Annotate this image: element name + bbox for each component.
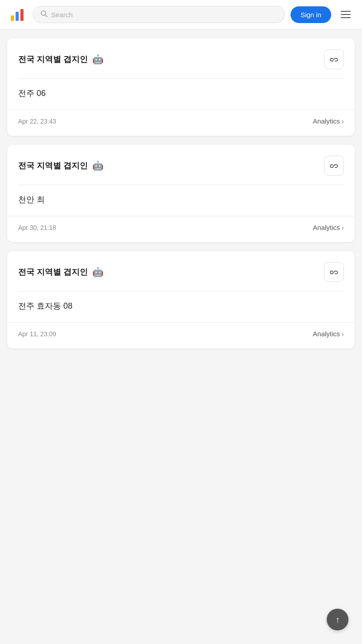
- search-bar[interactable]: [33, 6, 285, 23]
- app-header: Sign in: [0, 0, 362, 29]
- card-1: 전국 지역별 겹지인 🤖 전주 06 Apr 22, 23:43 Analyti…: [7, 38, 355, 136]
- card-footer-2: Apr 30, 21:18 Analytics ›: [7, 216, 355, 242]
- card-date-3: Apr 11, 23:09: [18, 330, 56, 338]
- card-title-3: 전국 지역별 겹지인: [18, 267, 88, 277]
- analytics-link-1[interactable]: Analytics ›: [313, 117, 344, 125]
- robot-icon-1: 🤖: [92, 54, 104, 65]
- robot-icon-2: 🤖: [92, 160, 104, 171]
- card-body-1: 전주 06: [7, 79, 355, 108]
- card-date-1: Apr 22, 23:43: [18, 118, 56, 125]
- card-subtitle-3: 전주 효자동 08: [18, 301, 72, 310]
- link-button-3[interactable]: [324, 262, 344, 282]
- link-button-2[interactable]: [324, 156, 344, 176]
- analytics-label-1: Analytics: [313, 117, 340, 125]
- card-3: 전국 지역별 겹지인 🤖 전주 효자동 08 Apr 11, 23:09 Ana…: [7, 251, 355, 348]
- card-subtitle-1: 전주 06: [18, 89, 46, 98]
- menu-bar-2: [341, 14, 351, 15]
- svg-rect-1: [16, 12, 19, 21]
- card-title-2: 전국 지역별 겹지인: [18, 160, 88, 171]
- card-date-2: Apr 30, 21:18: [18, 224, 56, 231]
- signin-button[interactable]: Sign in: [291, 6, 331, 23]
- svg-rect-0: [11, 15, 14, 21]
- card-footer-3: Apr 11, 23:09 Analytics ›: [7, 322, 355, 348]
- card-body-3: 전주 효자동 08: [7, 291, 355, 320]
- svg-rect-2: [20, 9, 24, 21]
- analytics-label-2: Analytics: [313, 224, 340, 231]
- main-content: 전국 지역별 겹지인 🤖 전주 06 Apr 22, 23:43 Analyti…: [0, 29, 362, 358]
- robot-icon-3: 🤖: [92, 267, 104, 277]
- card-body-2: 천안 최: [7, 185, 355, 214]
- card-header-3: 전국 지역별 겹지인 🤖: [7, 251, 355, 291]
- menu-bar-3: [341, 17, 351, 18]
- link-button-1[interactable]: [324, 49, 344, 69]
- scroll-top-button[interactable]: ↑: [327, 609, 348, 630]
- card-2: 전국 지역별 겹지인 🤖 천안 최 Apr 30, 21:18 Analytic…: [7, 145, 355, 242]
- menu-button[interactable]: [337, 5, 355, 24]
- card-title-1: 전국 지역별 겹지인: [18, 54, 88, 65]
- menu-bar-1: [341, 11, 351, 12]
- card-title-row-2: 전국 지역별 겹지인 🤖: [18, 160, 104, 171]
- card-header-1: 전국 지역별 겹지인 🤖: [7, 38, 355, 78]
- svg-line-4: [45, 15, 47, 17]
- analytics-chevron-3: ›: [342, 330, 344, 338]
- card-header-2: 전국 지역별 겹지인 🤖: [7, 145, 355, 185]
- search-icon: [40, 10, 48, 19]
- search-input[interactable]: [51, 11, 277, 19]
- analytics-chevron-1: ›: [342, 118, 344, 125]
- analytics-label-3: Analytics: [313, 330, 340, 338]
- analytics-link-3[interactable]: Analytics ›: [313, 330, 344, 338]
- card-title-row-3: 전국 지역별 겹지인 🤖: [18, 267, 104, 277]
- card-footer-1: Apr 22, 23:43 Analytics ›: [7, 110, 355, 136]
- scroll-top-icon: ↑: [335, 615, 340, 625]
- analytics-chevron-2: ›: [342, 224, 344, 231]
- card-title-row-1: 전국 지역별 겹지인 🤖: [18, 54, 104, 65]
- card-subtitle-2: 천안 최: [18, 195, 45, 204]
- analytics-link-2[interactable]: Analytics ›: [313, 224, 344, 231]
- logo: [7, 5, 27, 24]
